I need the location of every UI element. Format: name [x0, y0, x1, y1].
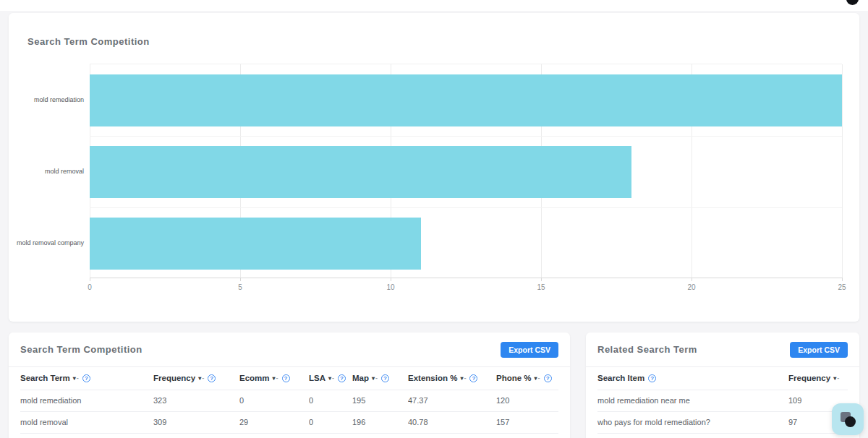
- floating-widget-button[interactable]: [832, 403, 864, 435]
- table-cell: 0: [309, 412, 352, 434]
- x-axis-tick-label: 20: [687, 283, 695, 291]
- sort-dash-icon: -: [77, 374, 79, 382]
- table-cell: mold removal company: [20, 434, 153, 438]
- help-icon[interactable]: ?: [648, 374, 656, 382]
- help-icon[interactable]: ?: [544, 374, 552, 382]
- table-cell: 323: [153, 390, 239, 412]
- chart-tick: [541, 278, 542, 281]
- chart-tick: [391, 278, 391, 281]
- sort-caret-icon[interactable]: ▾: [198, 375, 201, 382]
- sort-dash-icon: -: [464, 374, 466, 382]
- related-table-card: Related Search Term Export CSV Search It…: [586, 332, 859, 438]
- table-cell: 70.5: [408, 434, 496, 438]
- sort-caret-icon[interactable]: ▾: [833, 375, 836, 382]
- y-axis-category-label: mold removal company: [9, 239, 84, 247]
- chart-gridline: [90, 207, 842, 208]
- column-header-extension-[interactable]: Extension %▾-?: [408, 367, 496, 390]
- table-cell: 41: [496, 434, 558, 438]
- column-header-frequency[interactable]: Frequency▾-: [788, 367, 848, 390]
- table-cell: 47.37: [408, 390, 496, 412]
- chart-tick: [240, 278, 241, 281]
- table-cell: 99: [153, 434, 239, 438]
- table-row: mold removal30929019640.78157: [20, 412, 558, 434]
- column-header-lsa[interactable]: LSA▾-?: [309, 367, 352, 390]
- table-cell: 195: [352, 390, 408, 412]
- table-row: who pays for mold remediation?97: [597, 412, 848, 434]
- table-cell: 309: [153, 412, 239, 434]
- column-header-search-term[interactable]: Search Term▾-?: [20, 367, 153, 390]
- column-header-label: Phone %: [496, 374, 532, 382]
- table-header-row: Search Item?Frequency▾-: [597, 367, 848, 390]
- column-header-label: Frequency: [788, 374, 830, 382]
- export-csv-button[interactable]: Export CSV: [501, 342, 558, 358]
- sort-caret-icon[interactable]: ▾: [273, 375, 276, 382]
- table-header-row: Search Term▾-?Frequency▾-?Ecomm▾-?LSA▾-?…: [20, 367, 558, 390]
- table-cell: mold removal: [597, 434, 788, 438]
- table-cell: 157: [496, 412, 558, 434]
- sort-caret-icon[interactable]: ▾: [372, 375, 375, 382]
- column-header-frequency[interactable]: Frequency▾-?: [153, 367, 239, 390]
- column-header-label: Map: [352, 374, 369, 382]
- table-cell: who pays for mold remediation?: [597, 412, 788, 434]
- bar-mold-remediation[interactable]: [90, 74, 842, 126]
- help-icon[interactable]: ?: [338, 374, 346, 382]
- y-axis-category-label: mold remediation: [9, 95, 84, 104]
- sort-dash-icon: -: [837, 374, 839, 382]
- copy-icon-dot: [845, 416, 856, 427]
- sort-dash-icon: -: [332, 374, 334, 382]
- column-header-label: Search Item: [597, 374, 644, 382]
- table-cell: 0: [309, 434, 352, 438]
- y-axis-category-label: mold removal: [9, 167, 84, 176]
- column-header-label: LSA: [309, 374, 326, 382]
- sort-dash-icon: -: [202, 374, 204, 382]
- table-cell: 196: [352, 412, 408, 434]
- column-header-label: Ecomm: [239, 374, 270, 382]
- competition-table-title: Search Term Competition: [20, 344, 142, 355]
- chart-title: Search Term Competition: [27, 36, 150, 47]
- sort-dash-icon: -: [375, 374, 378, 382]
- export-csv-button[interactable]: Export CSV: [790, 342, 848, 358]
- table-cell: 120: [496, 390, 558, 412]
- x-axis-tick-label: 5: [238, 283, 242, 291]
- related-table-title: Related Search Term: [597, 344, 697, 355]
- help-icon[interactable]: ?: [208, 374, 216, 382]
- table-cell: 0: [309, 390, 352, 412]
- bar-mold-removal[interactable]: [90, 146, 631, 198]
- x-axis-tick-label: 0: [88, 283, 92, 291]
- help-icon[interactable]: ?: [82, 374, 90, 382]
- chart-tick: [692, 278, 692, 281]
- help-icon[interactable]: ?: [381, 374, 389, 382]
- table-row: mold remediation near me109: [597, 390, 848, 412]
- bar-mold-removal-company[interactable]: [90, 218, 421, 270]
- table-cell: mold removal: [20, 412, 153, 434]
- help-icon[interactable]: ?: [282, 374, 290, 382]
- column-header-phone-[interactable]: Phone %▾-?: [496, 367, 558, 390]
- sort-caret-icon[interactable]: ▾: [535, 375, 537, 382]
- column-header-map[interactable]: Map▾-?: [352, 367, 408, 390]
- column-header-label: Frequency: [153, 374, 195, 382]
- help-icon[interactable]: ?: [469, 374, 477, 382]
- chart-tick: [842, 278, 843, 281]
- sort-dash-icon: -: [538, 374, 540, 382]
- sort-caret-icon[interactable]: ▾: [460, 375, 463, 382]
- sort-caret-icon[interactable]: ▾: [73, 375, 76, 382]
- table-cell: mold remediation near me: [597, 390, 788, 412]
- table-row: mold remediation3230019547.37120: [20, 390, 558, 412]
- page-background: Search Term Competition 0510152025mold r…: [0, 0, 868, 438]
- table-cell: 40.78: [408, 412, 496, 434]
- chart-card: Search Term Competition 0510152025mold r…: [9, 13, 859, 322]
- related-table-header: Related Search Term Export CSV: [586, 332, 859, 367]
- top-header-bar: [0, 0, 868, 11]
- sort-caret-icon[interactable]: ▾: [328, 375, 331, 382]
- x-axis-tick-label: 10: [386, 283, 394, 291]
- column-header-search-item[interactable]: Search Item?: [597, 367, 788, 390]
- competition-table-card: Search Term Competition Export CSV Searc…: [9, 332, 570, 438]
- x-axis-tick-label: 15: [537, 283, 545, 291]
- competition-table-header: Search Term Competition Export CSV: [9, 332, 570, 367]
- table-cell: 195: [352, 434, 408, 438]
- table-row: mold removal company990019570.541: [20, 434, 558, 438]
- bar-chart-plot: [90, 64, 842, 278]
- column-header-ecomm[interactable]: Ecomm▾-?: [239, 367, 309, 390]
- x-axis-tick-label: 25: [838, 283, 846, 291]
- table-row: mold removal95: [597, 434, 848, 438]
